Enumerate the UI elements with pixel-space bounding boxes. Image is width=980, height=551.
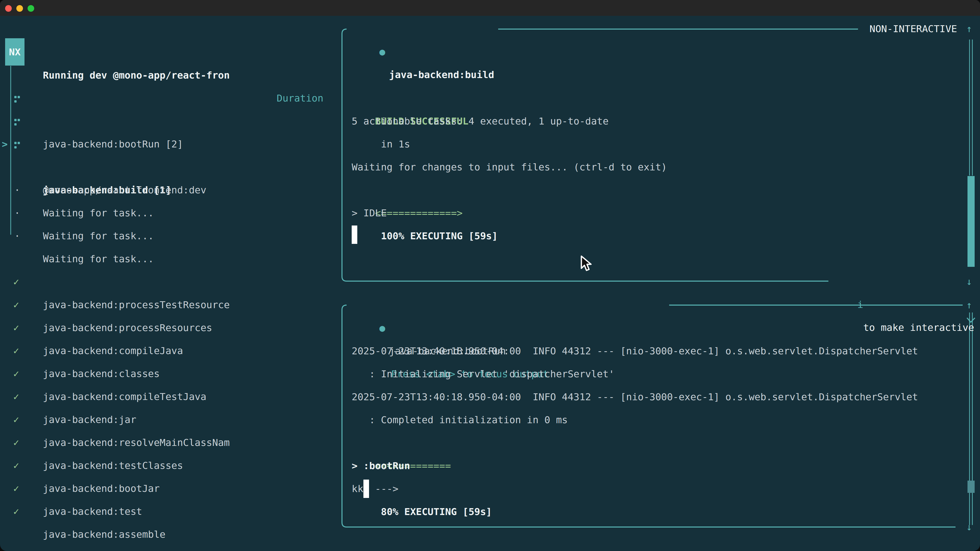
gradle-task-line: > :bootRun	[352, 454, 410, 477]
build-scroll-thumb[interactable]	[967, 176, 975, 267]
completed-task-row[interactable]: ✓ java-backend:jar 1.4s	[0, 362, 334, 385]
build-time: in 1s	[381, 138, 410, 150]
check-icon: ✓	[13, 500, 19, 523]
spinner-icon	[14, 96, 17, 98]
task-name: java-backend:test	[43, 500, 142, 523]
bootrun-scroll-up-icon[interactable]: ↑	[966, 294, 972, 317]
log-line: 2025-07-23T13:40:18.950-04:00 INFO 44312…	[352, 386, 918, 408]
log-line: : Completed initialization in 0 ms	[352, 408, 568, 431]
progress-text: 100% EXECUTING [59s]	[381, 230, 498, 241]
progress-text: 80% EXECUTING [59s]	[381, 506, 492, 517]
terminal-window: NX Running dev @mono-app/react-fron Dura…	[0, 0, 980, 551]
log-line: 2025-07-23T13:40:18.950-04:00 INFO 44312…	[352, 340, 918, 362]
terminal-input-text[interactable]: kk	[352, 477, 363, 500]
completed-task-row[interactable]: ✓ java-backend:compileTestJava 808ms	[0, 339, 334, 362]
build-progress-line: <=============> 100% EXECUTING [59s]	[352, 179, 498, 202]
waiting-task-row: · Waiting for task...	[0, 156, 334, 179]
noninteractive-badge: NON-INTERACTIVE	[870, 17, 957, 40]
bootrun-panel-header[interactable]: ● java-backend:bootRun Press <tab> to fo…	[356, 294, 549, 317]
title-bar	[0, 0, 980, 16]
completed-task-row[interactable]: ✓ java-backend:assemble 774ms	[0, 477, 334, 500]
waiting-task-row: · Waiting for task...	[0, 179, 334, 202]
waiting-for-changes-line: Waiting for changes to input files... (c…	[352, 156, 667, 179]
build-scroll-down-icon[interactable]: ↓	[966, 270, 972, 293]
task-row-build-selected[interactable]: > java-backend:build [1] Continuous	[0, 110, 334, 133]
completed-task-row[interactable]: ✓ java-backend:test 734ms	[0, 454, 334, 477]
mouse-cursor-icon	[579, 255, 593, 272]
interactive-key: i	[858, 299, 863, 310]
zoom-window-button[interactable]	[27, 5, 34, 12]
sidebar-title: Running dev @mono-app/react-fron	[43, 64, 230, 87]
completed-task-row[interactable]: ✓ java-backend:compileJava 4.3s	[0, 293, 334, 316]
completed-task-row[interactable]: ✓ java-backend:classes 1.1s	[0, 316, 334, 339]
task-row-bootrun[interactable]: java-backend:bootRun [2] Continuous	[0, 87, 334, 110]
bootrun-terminal-cursor	[363, 480, 369, 498]
build-terminal-cursor	[352, 225, 357, 244]
panel-dot-icon: ●	[380, 322, 385, 333]
tasks-summary-line: 5 actionable tasks: 4 executed, 1 up-to-…	[352, 110, 609, 133]
bullet-icon: ·	[14, 224, 20, 248]
idle-line: > IDLE	[352, 202, 387, 224]
panel-dot-icon: ●	[380, 46, 385, 57]
interactive-hint: to make interactive	[863, 322, 974, 333]
build-panel-header[interactable]: ● java-backend:build	[356, 17, 494, 40]
minimize-window-button[interactable]	[16, 5, 23, 12]
prev-page-arrow-icon[interactable]: ←	[10, 546, 16, 551]
completed-task-row[interactable]: ✓ java-backend:bootJar 1.1s	[0, 431, 334, 454]
build-scroll-up-icon[interactable]: ↑	[966, 17, 972, 40]
bootrun-scroll-down-icon[interactable]: ↓	[966, 516, 972, 538]
build-result-line: BUILD SUCCESSFUL in 1s	[352, 87, 469, 110]
bootrun-progress-line: <<<========== ---> 80% EXECUTING [59s]	[352, 431, 492, 454]
waiting-task-row: · Waiting for task...	[0, 202, 334, 224]
completed-task-row[interactable]: ✓ java-backend:processTestResource 889ms	[0, 248, 334, 270]
progress-bar-rest: --->	[375, 483, 399, 494]
progress-bar: <=============>	[375, 207, 463, 219]
task-row-frontend-dev[interactable]: @mono-app/react-frontend:dev Continuous	[0, 133, 334, 156]
completed-task-row[interactable]: ✓ java-backend:processResources 1.0s	[0, 270, 334, 293]
sidebar-status-bar: ← 1/2 → quit:qhelp:?	[0, 523, 334, 546]
close-window-button[interactable]	[5, 5, 12, 12]
completed-task-row[interactable]: ✓ java-backend:testClasses 1.3s	[0, 408, 334, 431]
spinner-icon	[14, 142, 17, 144]
build-panel-footer: i to make interactive	[834, 270, 974, 293]
waiting-label: Waiting for task...	[43, 224, 154, 248]
completed-task-row[interactable]: ✓ java-backend:resolveMainClassNam 1.5s	[0, 385, 334, 408]
build-panel-title: java-backend:build	[389, 69, 494, 80]
spinner-icon	[14, 119, 17, 121]
bootrun-scroll-thumb[interactable]	[967, 481, 975, 493]
sidebar-header: Running dev @mono-app/react-fron Duratio…	[0, 41, 334, 64]
log-line: : Initializing Servlet 'dispatcherServle…	[352, 362, 614, 386]
